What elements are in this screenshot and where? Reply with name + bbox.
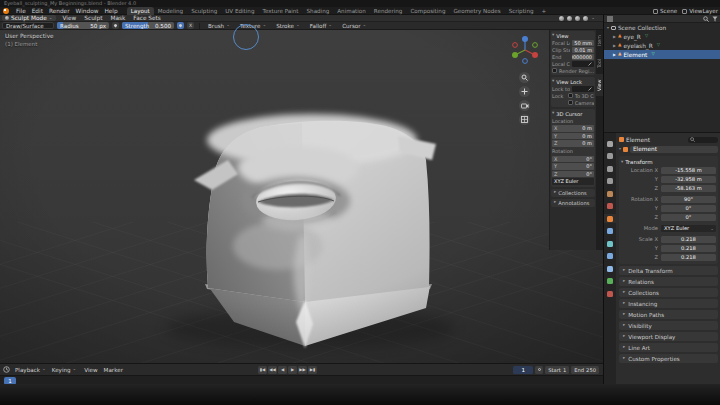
view-layer-selector[interactable]: ViewLayer xyxy=(682,8,718,14)
properties-collapsed-section[interactable]: ▸ Custom Properties xyxy=(619,354,718,363)
xray-toggle-icon[interactable] xyxy=(575,16,580,21)
workspace-tab[interactable]: UV Editing xyxy=(221,7,258,15)
properties-collapsed-section[interactable]: ▸ Delta Transform xyxy=(619,266,718,275)
properties-search[interactable] xyxy=(688,137,718,143)
transform-value-field[interactable]: 0° xyxy=(661,214,716,221)
properties-tab-constraints-icon[interactable] xyxy=(604,264,616,273)
workspace-tab[interactable]: Shading xyxy=(303,7,334,15)
properties-tab-view-layer-icon[interactable] xyxy=(604,177,616,186)
cursor-3d-header[interactable]: ▾ 3D Cursor xyxy=(552,110,594,117)
model-element[interactable] xyxy=(165,114,455,348)
show-gizmo-icon[interactable] xyxy=(559,16,564,21)
camera-to-view-checkbox[interactable] xyxy=(568,100,573,105)
timeline-popover[interactable]: Keying⌄ xyxy=(49,367,80,373)
topbar-menu[interactable]: Help xyxy=(101,8,120,14)
tool-dropdown[interactable]: Brush⌄ xyxy=(205,23,233,29)
scene-selector[interactable]: Scene xyxy=(653,8,677,14)
cursor-location-field[interactable]: Y 0 m xyxy=(552,133,594,140)
workspace-tab[interactable]: Sculpting xyxy=(187,7,221,15)
shading-mode-icon[interactable] xyxy=(583,16,588,21)
zoom-button[interactable] xyxy=(519,72,530,83)
properties-tab-particles-icon[interactable] xyxy=(604,239,616,248)
properties-collapsed-section[interactable]: ▸ Visibility xyxy=(619,321,718,330)
properties-tab-world-icon[interactable] xyxy=(604,202,616,211)
outliner-row-eyelash[interactable]: ▶ ▲ eyelash_R ▽ xyxy=(604,41,720,50)
properties-tab-modifiers-icon[interactable] xyxy=(604,227,616,236)
value-field[interactable]: 100000000 xyxy=(572,54,594,60)
symmetry-x-button[interactable]: X xyxy=(187,22,194,29)
transform-panel-header[interactable]: ▾ Transform xyxy=(621,158,716,166)
transform-value-field[interactable]: 0.218 xyxy=(661,254,716,261)
workspace-tab[interactable]: Animation xyxy=(333,7,370,15)
strength-slider[interactable]: Strength 0.500 xyxy=(122,22,174,29)
properties-tab-scene-icon[interactable] xyxy=(604,189,616,198)
workspace-tab[interactable]: Scripting xyxy=(505,7,538,15)
transport-button[interactable]: ◀◀ xyxy=(268,366,277,374)
topbar-menu[interactable]: Window xyxy=(73,8,102,14)
outliner-editor-icon[interactable] xyxy=(607,16,613,22)
timeline-menu[interactable]: Marker xyxy=(101,367,126,373)
transform-value-field[interactable]: 0.218 xyxy=(661,245,716,252)
transport-button[interactable]: ▮◀ xyxy=(258,366,267,374)
n-panel-tab[interactable]: Item xyxy=(596,30,603,52)
show-overlays-icon[interactable] xyxy=(567,16,572,21)
cursor-location-field[interactable]: Z 0 m xyxy=(552,140,594,147)
tool-dropdown[interactable]: Falloff⌄ xyxy=(307,23,335,29)
properties-tab-tool-icon[interactable] xyxy=(604,139,616,148)
workspace-tab[interactable]: Texture Paint xyxy=(258,7,302,15)
radius-pressure-button[interactable] xyxy=(112,22,119,29)
transform-value-field[interactable]: 0.218 xyxy=(661,236,716,243)
auto-key-button[interactable] xyxy=(535,366,543,374)
navigation-gizmo[interactable] xyxy=(508,33,542,67)
object-name-field[interactable]: Element xyxy=(630,146,718,153)
n-panel-tab[interactable]: Tool xyxy=(596,52,603,74)
viewport-menu[interactable]: View xyxy=(59,15,81,21)
properties-tab-output-icon[interactable] xyxy=(604,164,616,173)
render-region-checkbox[interactable] xyxy=(552,68,557,73)
timeline-editor-icon[interactable] xyxy=(3,366,10,373)
outliner-row-scene-collection[interactable]: ▾ Scene Collection xyxy=(604,23,720,32)
properties-collapsed-section[interactable]: ▸ Line Art xyxy=(619,343,718,352)
workspace-tab[interactable]: Layout xyxy=(127,7,154,15)
properties-tab-object-icon[interactable] xyxy=(604,214,616,223)
mode-selector[interactable]: Sculpt Mode ⌄ xyxy=(2,15,56,21)
properties-collapsed-section[interactable]: ▸ Relations xyxy=(619,277,718,286)
properties-collapsed-section[interactable]: ▸ Collections xyxy=(619,288,718,297)
viewport-3d[interactable]: User Perspective (1) Element xyxy=(0,30,603,363)
expand-icon[interactable]: ▶ xyxy=(613,44,616,48)
value-field[interactable]: 50 mm xyxy=(572,40,594,46)
properties-collapsed-section[interactable]: ▸ Motion Paths xyxy=(619,310,718,319)
transform-value-field[interactable]: XYZ Euler xyxy=(661,225,716,232)
transform-value-field[interactable]: 90° xyxy=(661,196,716,203)
lock-3d-cursor-checkbox[interactable] xyxy=(568,93,573,98)
rotation-mode-dropdown[interactable]: XYZ Euler xyxy=(552,178,594,185)
transform-value-field[interactable]: 0° xyxy=(661,205,716,212)
tool-dropdown[interactable]: Cursor⌄ xyxy=(339,23,369,29)
properties-collapsed-section[interactable]: ▸ Viewport Display xyxy=(619,332,718,341)
transform-value-field[interactable]: -58.163 m xyxy=(661,185,716,192)
frame-start-field[interactable]: Start 1 xyxy=(545,366,569,374)
blender-logo-icon[interactable] xyxy=(3,8,9,14)
n-panel-tab[interactable]: View xyxy=(596,74,603,96)
workspace-tab[interactable]: Geometry Nodes xyxy=(449,7,504,15)
cursor-rotation-field[interactable]: X 0° xyxy=(552,156,594,163)
transport-button[interactable]: ▶▮ xyxy=(308,366,317,374)
timeline-popover[interactable]: Playback⌄ xyxy=(12,367,49,373)
camera-view-button[interactable] xyxy=(519,100,530,111)
view-panel-header[interactable]: ▾ View xyxy=(552,32,594,39)
current-frame-field[interactable]: 1 xyxy=(513,366,533,374)
topbar-menu[interactable]: Render xyxy=(46,8,73,14)
brush-selector[interactable]: Draw/Surface xyxy=(2,22,54,29)
cursor-location-field[interactable]: X 0 m xyxy=(552,125,594,132)
chevron-down-icon[interactable]: ⌄ xyxy=(591,16,595,21)
search-icon[interactable] xyxy=(703,16,709,22)
tool-dropdown[interactable]: Stroke⌄ xyxy=(273,23,303,29)
properties-tab-material-icon[interactable] xyxy=(604,289,616,298)
viewport-menu[interactable]: Mask xyxy=(106,15,129,21)
cursor-rotation-field[interactable]: Y 0° xyxy=(552,163,594,170)
expand-icon[interactable]: ▶ xyxy=(613,35,616,39)
workspace-tab[interactable]: + xyxy=(538,7,551,15)
properties-tab-physics-icon[interactable] xyxy=(604,252,616,261)
outliner-row-element-selected[interactable]: ▶ ▲ Element ▽ xyxy=(604,50,720,59)
filter-icon[interactable] xyxy=(712,16,718,22)
